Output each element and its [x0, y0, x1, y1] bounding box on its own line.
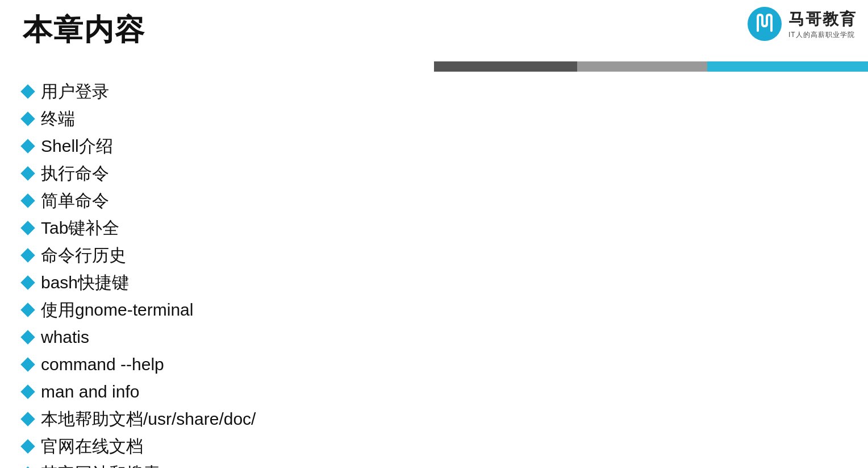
diamond-icon — [20, 303, 35, 317]
diamond-icon — [20, 357, 35, 371]
diamond-icon — [20, 139, 35, 153]
diamond-icon — [20, 193, 35, 208]
diamond-icon — [20, 275, 35, 289]
item-text: Tab键补全 — [41, 216, 119, 240]
svg-point-0 — [748, 7, 782, 41]
item-text: command --help — [41, 353, 164, 376]
list-item: 执行命令 — [23, 161, 256, 185]
list-item: 本地帮助文档/usr/share/doc/ — [23, 407, 256, 431]
list-item: 官网在线文档 — [23, 434, 256, 458]
diamond-icon — [20, 111, 35, 126]
list-item: 简单命令 — [23, 189, 256, 213]
diamond-icon — [20, 330, 35, 344]
item-text: 终端 — [41, 107, 75, 131]
logo-area: 马哥教育 IT人的高薪职业学院 — [746, 6, 857, 42]
progress-segment-1 — [434, 61, 577, 72]
item-text: Shell介绍 — [41, 134, 113, 158]
list-item: whatis — [23, 325, 256, 349]
list-item: 使用gnome-terminal — [23, 298, 256, 322]
item-text: 命令行历史 — [41, 243, 126, 267]
progress-segment-2 — [577, 61, 707, 72]
list-item: 终端 — [23, 107, 256, 131]
progress-bar — [434, 61, 868, 72]
list-item: Shell介绍 — [23, 134, 256, 158]
list-item: Tab键补全 — [23, 216, 256, 240]
list-item: 用户登录 — [23, 80, 256, 103]
content-list: 用户登录终端Shell介绍执行命令简单命令Tab键补全命令行历史bash快捷键使… — [23, 80, 256, 468]
item-text: 用户登录 — [41, 80, 109, 103]
list-item: bash快捷键 — [23, 271, 256, 295]
logo-text-area: 马哥教育 IT人的高薪职业学院 — [788, 9, 857, 40]
list-item: 其它网站和搜索 — [23, 462, 256, 468]
logo-icon — [746, 6, 783, 42]
item-text: 本地帮助文档/usr/share/doc/ — [41, 407, 256, 431]
item-text: whatis — [41, 325, 89, 349]
logo-subtitle: IT人的高薪职业学院 — [788, 30, 855, 40]
item-text: man and info — [41, 380, 139, 404]
diamond-icon — [20, 166, 35, 180]
diamond-icon — [20, 248, 35, 262]
progress-segment-3 — [707, 61, 868, 72]
diamond-icon — [20, 439, 35, 453]
page-container: 本章内容 马哥教育 IT人的高薪职业学院 用户登录终端Shell介绍执行命令简单… — [0, 0, 868, 468]
item-text: 其它网站和搜索 — [41, 462, 160, 468]
list-item: command --help — [23, 353, 256, 376]
logo-title: 马哥教育 — [788, 9, 857, 30]
item-text: 使用gnome-terminal — [41, 298, 193, 322]
item-text: 执行命令 — [41, 161, 109, 185]
item-text: bash快捷键 — [41, 271, 129, 295]
diamond-icon — [20, 221, 35, 235]
item-text: 简单命令 — [41, 189, 109, 213]
item-text: 官网在线文档 — [41, 434, 143, 458]
diamond-icon — [20, 84, 35, 98]
page-title: 本章内容 — [23, 10, 145, 50]
list-item: man and info — [23, 380, 256, 404]
diamond-icon — [20, 412, 35, 426]
diamond-icon — [20, 384, 35, 399]
list-item: 命令行历史 — [23, 243, 256, 267]
